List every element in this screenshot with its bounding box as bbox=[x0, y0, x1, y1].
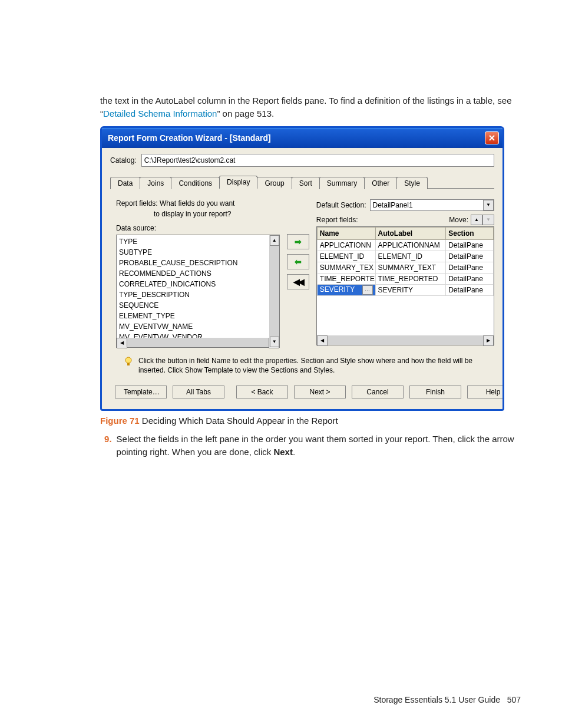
table-row[interactable]: SEVERITY…SEVERITYDetailPane bbox=[317, 284, 493, 295]
default-section-label: Default Section: bbox=[316, 201, 366, 209]
col-section[interactable]: Section bbox=[446, 227, 494, 239]
tab-data[interactable]: Data bbox=[110, 177, 140, 189]
intro-text-b: ” on page 513. bbox=[217, 108, 274, 118]
next-button[interactable]: Next > bbox=[294, 386, 346, 398]
report-fields-table[interactable]: Name AutoLabel Section APPLICATIONNAPPLI… bbox=[316, 226, 494, 345]
list-item[interactable]: ELEMENT_TYPE bbox=[119, 311, 279, 321]
report-fields-label: Report fields: bbox=[316, 216, 358, 224]
cell-section[interactable]: DetailPane bbox=[446, 262, 494, 273]
list-item[interactable]: MV_EVENTVW_NAME bbox=[119, 321, 279, 332]
move-down-button[interactable]: ▼ bbox=[482, 215, 494, 225]
list-item[interactable]: SEQUENCE bbox=[119, 300, 279, 311]
cell-autolabel[interactable]: ELEMENT_ID bbox=[375, 251, 446, 262]
move-label: Move: bbox=[449, 216, 468, 224]
table-row[interactable]: APPLICATIONNAPPLICATIONNAMDetailPane bbox=[317, 239, 493, 251]
cell-name[interactable]: TIME_REPORTE bbox=[317, 273, 375, 284]
window-title: Report Form Creation Wizard - [Standard] bbox=[108, 133, 485, 143]
data-source-listbox[interactable]: TYPESUBTYPEPROBABLE_CAUSE_DESCRIPTIONREC… bbox=[116, 235, 280, 348]
move-up-button[interactable]: ▲ bbox=[471, 215, 482, 225]
table-row[interactable]: TIME_REPORTETIME_REPORTEDDetailPane bbox=[317, 273, 493, 284]
list-item[interactable]: RECOMMENDED_ACTIONS bbox=[119, 268, 279, 279]
default-section-combo[interactable]: DetailPanel1 ▼ bbox=[370, 199, 494, 211]
tab-summary[interactable]: Summary bbox=[319, 177, 365, 189]
cell-section[interactable]: DetailPane bbox=[446, 239, 494, 251]
cell-name[interactable]: SUMMARY_TEX bbox=[317, 262, 375, 273]
hscroll-thumb[interactable] bbox=[127, 338, 269, 347]
double-arrow-left-icon: ◀◀ bbox=[293, 277, 303, 286]
schema-link[interactable]: Detailed Schema Information bbox=[103, 108, 217, 118]
list-item[interactable]: PROBABLE_CAUSE_DESCRIPTION bbox=[119, 258, 279, 268]
help-button[interactable]: Help bbox=[467, 386, 504, 398]
page-footer: Storage Essentials 5.1 User Guide 507 bbox=[373, 695, 521, 704]
step-text-b: . bbox=[293, 447, 295, 457]
cell-name[interactable]: ELEMENT_ID bbox=[317, 251, 375, 262]
cell-section[interactable]: DetailPane bbox=[446, 251, 494, 262]
col-name[interactable]: Name bbox=[317, 227, 375, 239]
tab-other[interactable]: Other bbox=[364, 177, 397, 189]
arrow-right-icon: ➡ bbox=[295, 237, 302, 246]
report-wizard-window: Report Form Creation Wizard - [Standard]… bbox=[100, 126, 504, 411]
cell-section[interactable]: DetailPane bbox=[446, 284, 494, 295]
default-section-value: DetailPanel1 bbox=[373, 201, 482, 209]
figure-title: Deciding Which Data Should Appear in the… bbox=[142, 416, 338, 426]
close-button[interactable] bbox=[485, 131, 499, 144]
step-number: 9. bbox=[100, 433, 112, 459]
scroll-left-icon[interactable]: ◀ bbox=[117, 338, 127, 348]
list-item[interactable]: TYPE_DESCRIPTION bbox=[119, 289, 279, 300]
figure-caption: Figure 71 Deciding Which Data Should App… bbox=[100, 416, 521, 426]
step-bold: Next bbox=[273, 447, 293, 457]
scroll-up-icon[interactable]: ▲ bbox=[270, 235, 279, 246]
add-field-button[interactable]: ➡ bbox=[287, 234, 309, 249]
step-text-a: Select the fields in the left pane in th… bbox=[117, 434, 514, 457]
table-row[interactable]: SUMMARY_TEXSUMMARY_TEXTDetailPane bbox=[317, 262, 493, 273]
cancel-button[interactable]: Cancel bbox=[352, 386, 404, 398]
finish-button[interactable]: Finish bbox=[409, 386, 461, 398]
scroll-thumb[interactable] bbox=[270, 246, 279, 337]
col-autolabel[interactable]: AutoLabel bbox=[375, 227, 446, 239]
tbl-scroll-left-icon[interactable]: ◀ bbox=[317, 335, 328, 346]
prompt-line-1: Report fields: What fields do you want bbox=[116, 199, 280, 207]
remove-field-button[interactable]: ⬅ bbox=[287, 254, 309, 269]
tbl-hscroll-thumb[interactable] bbox=[328, 335, 483, 345]
chevron-down-icon[interactable]: ▼ bbox=[483, 200, 494, 210]
close-icon bbox=[488, 134, 495, 141]
back-button[interactable]: < Back bbox=[236, 386, 288, 398]
cell-autolabel[interactable]: SUMMARY_TEXT bbox=[375, 262, 446, 273]
tab-display[interactable]: Display bbox=[219, 176, 257, 189]
cell-autolabel[interactable]: SEVERITY bbox=[375, 284, 446, 295]
cell-autolabel[interactable]: TIME_REPORTED bbox=[375, 273, 446, 284]
cell-name[interactable]: APPLICATIONN bbox=[317, 239, 375, 251]
cell-autolabel[interactable]: APPLICATIONNAM bbox=[375, 239, 446, 251]
tab-conditions[interactable]: Conditions bbox=[171, 177, 220, 189]
vscroll[interactable]: ▲ ▼ bbox=[269, 235, 279, 347]
tab-group[interactable]: Group bbox=[257, 177, 292, 189]
footer-page: 507 bbox=[507, 695, 521, 704]
tab-strip: DataJoinsConditionsDisplayGroupSortSumma… bbox=[110, 175, 494, 189]
intro-paragraph: the text in the AutoLabel column in the … bbox=[100, 94, 521, 120]
list-item[interactable]: TYPE bbox=[119, 236, 279, 247]
tab-sort[interactable]: Sort bbox=[292, 177, 320, 189]
step-text: Select the fields in the left pane in th… bbox=[117, 433, 521, 459]
list-item[interactable]: MV_EVENTVW_VENDOR bbox=[119, 332, 279, 338]
template-button[interactable]: Template… bbox=[115, 386, 167, 398]
list-item[interactable]: SUBTYPE bbox=[119, 247, 279, 258]
footer-text: Storage Essentials 5.1 User Guide bbox=[373, 695, 500, 704]
catalog-input[interactable] bbox=[141, 154, 494, 167]
cell-section[interactable]: DetailPane bbox=[446, 273, 494, 284]
all-tabs-button[interactable]: All Tabs bbox=[173, 386, 224, 398]
tab-joins[interactable]: Joins bbox=[140, 177, 171, 189]
scroll-down-icon[interactable]: ▼ bbox=[270, 337, 279, 347]
titlebar: Report Form Creation Wizard - [Standard] bbox=[102, 128, 503, 148]
figure-label: Figure 71 bbox=[100, 416, 140, 426]
table-row[interactable]: ELEMENT_IDELEMENT_IDDetailPane bbox=[317, 251, 493, 262]
remove-all-button[interactable]: ◀◀ bbox=[287, 274, 309, 289]
tab-style[interactable]: Style bbox=[396, 177, 428, 189]
tbl-scroll-right-icon[interactable]: ▶ bbox=[483, 335, 494, 346]
svg-point-0 bbox=[125, 357, 131, 363]
list-item[interactable]: CORRELATED_INDICATIONS bbox=[119, 279, 279, 289]
catalog-label: Catalog: bbox=[110, 156, 137, 164]
ellipsis-button[interactable]: … bbox=[362, 285, 373, 295]
arrow-left-icon: ⬅ bbox=[295, 257, 302, 266]
svg-rect-1 bbox=[127, 363, 130, 365]
cell-name[interactable]: SEVERITY… bbox=[317, 284, 375, 295]
